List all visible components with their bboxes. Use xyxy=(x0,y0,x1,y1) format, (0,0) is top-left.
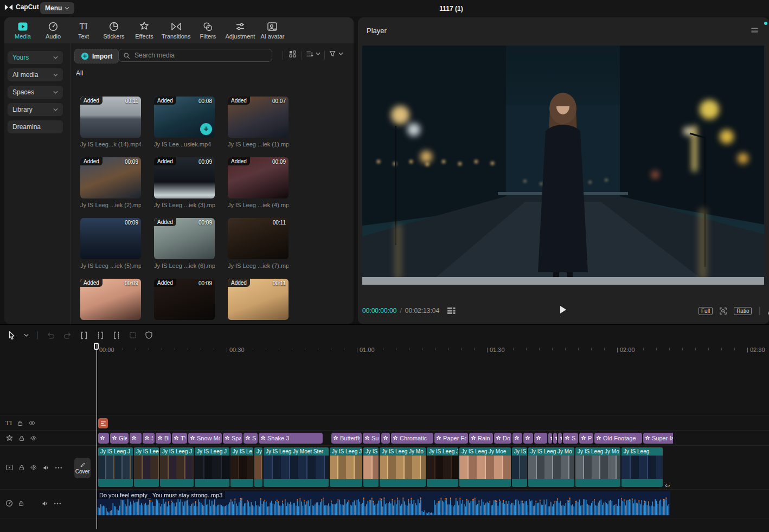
eye-icon[interactable] xyxy=(30,464,37,471)
menu-button[interactable]: Menu xyxy=(40,2,74,14)
undo-icon[interactable] xyxy=(46,331,55,340)
media-item[interactable]: Added00:09Jy IS Leeg ...iek (9).mp4 xyxy=(154,279,215,324)
video-clip[interactable]: Jy IS Leeg J xyxy=(427,447,458,487)
lock-icon[interactable] xyxy=(18,464,25,471)
lock-icon[interactable] xyxy=(18,435,25,442)
media-item[interactable]: Added00:11Jy IS Leeg...k (10).mp4 xyxy=(228,279,289,324)
media-thumbnail[interactable]: Added00:09 xyxy=(154,157,215,198)
sort-icon[interactable] xyxy=(306,50,314,58)
fullscreen-icon[interactable] xyxy=(767,307,769,315)
search-input[interactable] xyxy=(133,51,255,60)
media-thumbnail[interactable]: Added00:11 xyxy=(80,97,141,138)
effect-clip[interactable] xyxy=(381,433,390,444)
media-thumbnail[interactable]: Added00:08+ xyxy=(154,97,215,138)
effect-clip[interactable]: Shake 3 xyxy=(259,433,323,444)
import-button[interactable]: Import xyxy=(74,49,119,63)
media-item[interactable]: Added00:09Jy IS Leeg ...iek (4).mp4 xyxy=(228,157,289,208)
effect-clip[interactable]: S xyxy=(563,433,578,444)
effect-clip[interactable] xyxy=(523,433,533,444)
video-clip[interactable]: Jy IS Leeg Jy Moet Ster xyxy=(264,447,329,487)
media-item[interactable]: Added00:09Jy IS Leeg ...iek (2).mp4 xyxy=(80,157,141,208)
video-clip[interactable]: Jy IS Leeg J xyxy=(160,447,194,487)
tab-effects[interactable]: Effects xyxy=(129,21,159,40)
video-clip[interactable]: Jy IS Lee xyxy=(363,447,379,487)
media-thumbnail[interactable]: Added00:09 xyxy=(154,279,215,320)
filter-icon[interactable] xyxy=(329,50,336,57)
shield-icon[interactable] xyxy=(145,331,153,339)
select-tool-icon[interactable] xyxy=(8,331,16,340)
play-button[interactable] xyxy=(559,305,567,315)
timeline-ruler[interactable]: 00:0000:3001:0001:3002:0002:30 xyxy=(0,345,769,355)
video-clip[interactable]: Jy IS Leeg xyxy=(621,447,663,487)
media-item[interactable]: 00:11Jy IS Leeg ...iek (7).mp4 xyxy=(228,218,289,269)
more-options-icon[interactable] xyxy=(54,502,61,505)
video-clip[interactable]: Jy IS Leeg J xyxy=(330,447,362,487)
delete-icon[interactable] xyxy=(129,331,137,339)
full-button[interactable]: Full xyxy=(698,307,713,315)
trim-right-icon[interactable] xyxy=(112,331,121,340)
player-menu-icon[interactable] xyxy=(751,26,759,34)
tab-audio[interactable]: Audio xyxy=(38,21,68,40)
effect-clip[interactable]: Super-la xyxy=(643,433,673,444)
media-thumbnail[interactable]: Added00:09 xyxy=(80,279,141,320)
playhead-line[interactable] xyxy=(97,344,97,529)
effect-clip[interactable]: Sup xyxy=(363,433,380,444)
media-thumbnail[interactable]: Added00:11 xyxy=(228,279,289,320)
effect-clip[interactable] xyxy=(534,433,547,444)
effect-clip[interactable]: Chromatic xyxy=(391,433,433,444)
audio-clip[interactable]: Do you feel empty_ You must stay strong.… xyxy=(97,491,670,516)
video-clip[interactable]: Jy IS Leeg J xyxy=(195,447,229,487)
media-thumbnail[interactable]: Added00:07 xyxy=(228,97,289,138)
filter-chevron-icon[interactable] xyxy=(338,52,343,55)
media-item[interactable]: Added00:09Jy IS Leeg ...iek (6).mp4 xyxy=(154,218,215,269)
speaker-icon[interactable] xyxy=(41,500,49,507)
media-thumbnail[interactable]: 00:11 xyxy=(228,218,289,259)
media-item[interactable]: Added00:11Jy IS Leeg...k (14).mp4 xyxy=(80,97,141,148)
speaker-icon[interactable] xyxy=(42,464,50,471)
effect-clip[interactable] xyxy=(130,433,142,444)
tab-filters[interactable]: Filters xyxy=(193,21,223,40)
video-clip[interactable]: Jy IS Lee xyxy=(134,447,159,487)
trim-handle-icon[interactable]: ⇦ xyxy=(665,482,670,489)
playhead-handle[interactable] xyxy=(94,343,99,350)
media-search[interactable] xyxy=(118,49,272,62)
video-clip[interactable]: Jy xyxy=(254,447,262,487)
effect-clip[interactable]: Bl xyxy=(156,433,171,444)
split-icon[interactable] xyxy=(80,331,88,340)
effect-clip[interactable]: TV xyxy=(172,433,187,444)
media-thumbnail[interactable]: 00:09 xyxy=(80,218,141,259)
media-thumbnail[interactable]: Added00:09 xyxy=(154,218,215,259)
effect-clip[interactable]: Paper Fo xyxy=(434,433,468,444)
eye-icon[interactable] xyxy=(28,420,36,426)
media-item[interactable]: Added00:09Jy IS Leeg ...iek (3).mp4 xyxy=(154,157,215,208)
media-thumbnail[interactable]: Added00:09 xyxy=(228,157,289,198)
effect-clip[interactable]: Spa xyxy=(223,433,242,444)
lock-icon[interactable] xyxy=(17,420,23,427)
sidebar-item-dreamina[interactable]: Dreamina xyxy=(8,120,63,133)
tab-stickers[interactable]: Stickers xyxy=(99,21,129,40)
tab-adjustment[interactable]: Adjustment xyxy=(223,21,257,40)
sort-chevron-icon[interactable] xyxy=(316,52,321,55)
effect-clip[interactable]: Do xyxy=(494,433,511,444)
sidebar-item-ai-media[interactable]: AI media xyxy=(8,68,63,81)
sidebar-item-spaces[interactable]: Spaces xyxy=(8,86,63,99)
grid-view-icon[interactable] xyxy=(289,50,297,58)
select-tool-chevron-icon[interactable] xyxy=(24,334,29,337)
tab-media[interactable]: Media xyxy=(8,21,38,40)
tab-text[interactable]: TIText xyxy=(68,21,99,40)
media-thumbnail[interactable]: Added00:09 xyxy=(80,157,141,198)
video-clip[interactable]: Jy IS L xyxy=(512,447,527,487)
cover-button[interactable]: Cover xyxy=(74,458,91,478)
effect-clip[interactable] xyxy=(98,433,109,444)
redo-icon[interactable] xyxy=(63,331,72,340)
effect-clip[interactable]: P xyxy=(579,433,593,444)
more-options-icon[interactable] xyxy=(55,466,62,469)
effect-clip[interactable]: Old Footage xyxy=(594,433,642,444)
media-item[interactable]: 00:09Jy IS Leeg ...iek (5).mp4 xyxy=(80,218,141,269)
sidebar-item-yours[interactable]: Yours xyxy=(8,51,63,64)
video-clip[interactable]: Jy IS Leeg Jy Mo xyxy=(380,447,426,487)
video-clip[interactable]: Jy IS Leeg Jy Moe xyxy=(459,447,511,487)
media-item[interactable]: Added00:08+Jy IS Lee...usiek.mp4 xyxy=(154,97,215,148)
video-clip[interactable]: Jy IS Leeg J xyxy=(98,447,133,487)
video-clip[interactable]: Jy IS Leeg Jy Mo xyxy=(575,447,620,487)
